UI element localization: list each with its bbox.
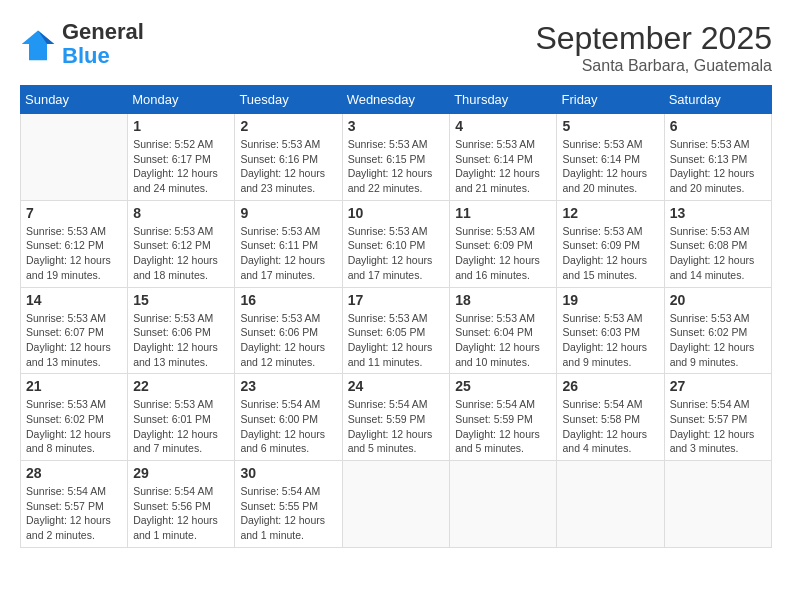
day-number: 22 — [133, 378, 229, 394]
day-number: 13 — [670, 205, 766, 221]
calendar-week-row: 28Sunrise: 5:54 AM Sunset: 5:57 PM Dayli… — [21, 461, 772, 548]
table-row: 20Sunrise: 5:53 AM Sunset: 6:02 PM Dayli… — [664, 287, 771, 374]
day-number: 29 — [133, 465, 229, 481]
day-info: Sunrise: 5:53 AM Sunset: 6:13 PM Dayligh… — [670, 137, 766, 196]
table-row: 14Sunrise: 5:53 AM Sunset: 6:07 PM Dayli… — [21, 287, 128, 374]
calendar-header-row: Sunday Monday Tuesday Wednesday Thursday… — [21, 86, 772, 114]
table-row: 6Sunrise: 5:53 AM Sunset: 6:13 PM Daylig… — [664, 114, 771, 201]
header-friday: Friday — [557, 86, 664, 114]
day-info: Sunrise: 5:53 AM Sunset: 6:14 PM Dayligh… — [455, 137, 551, 196]
day-number: 2 — [240, 118, 336, 134]
table-row: 26Sunrise: 5:54 AM Sunset: 5:58 PM Dayli… — [557, 374, 664, 461]
day-info: Sunrise: 5:53 AM Sunset: 6:07 PM Dayligh… — [26, 311, 122, 370]
day-info: Sunrise: 5:53 AM Sunset: 6:09 PM Dayligh… — [562, 224, 658, 283]
table-row: 5Sunrise: 5:53 AM Sunset: 6:14 PM Daylig… — [557, 114, 664, 201]
table-row: 25Sunrise: 5:54 AM Sunset: 5:59 PM Dayli… — [450, 374, 557, 461]
table-row: 4Sunrise: 5:53 AM Sunset: 6:14 PM Daylig… — [450, 114, 557, 201]
day-info: Sunrise: 5:53 AM Sunset: 6:14 PM Dayligh… — [562, 137, 658, 196]
page-header: General Blue September 2025 Santa Barbar… — [20, 20, 772, 75]
day-info: Sunrise: 5:54 AM Sunset: 5:59 PM Dayligh… — [455, 397, 551, 456]
day-number: 16 — [240, 292, 336, 308]
day-number: 14 — [26, 292, 122, 308]
logo: General Blue — [20, 20, 144, 68]
day-number: 12 — [562, 205, 658, 221]
table-row — [21, 114, 128, 201]
month-title: September 2025 — [535, 20, 772, 57]
day-info: Sunrise: 5:54 AM Sunset: 5:56 PM Dayligh… — [133, 484, 229, 543]
calendar-week-row: 1Sunrise: 5:52 AM Sunset: 6:17 PM Daylig… — [21, 114, 772, 201]
calendar-table: Sunday Monday Tuesday Wednesday Thursday… — [20, 85, 772, 548]
day-number: 21 — [26, 378, 122, 394]
day-info: Sunrise: 5:53 AM Sunset: 6:10 PM Dayligh… — [348, 224, 445, 283]
location-subtitle: Santa Barbara, Guatemala — [535, 57, 772, 75]
day-number: 15 — [133, 292, 229, 308]
day-number: 4 — [455, 118, 551, 134]
day-info: Sunrise: 5:53 AM Sunset: 6:08 PM Dayligh… — [670, 224, 766, 283]
table-row: 1Sunrise: 5:52 AM Sunset: 6:17 PM Daylig… — [128, 114, 235, 201]
day-number: 23 — [240, 378, 336, 394]
day-info: Sunrise: 5:53 AM Sunset: 6:12 PM Dayligh… — [26, 224, 122, 283]
svg-marker-0 — [22, 31, 54, 61]
day-number: 28 — [26, 465, 122, 481]
day-info: Sunrise: 5:52 AM Sunset: 6:17 PM Dayligh… — [133, 137, 229, 196]
calendar-week-row: 21Sunrise: 5:53 AM Sunset: 6:02 PM Dayli… — [21, 374, 772, 461]
day-number: 18 — [455, 292, 551, 308]
table-row: 11Sunrise: 5:53 AM Sunset: 6:09 PM Dayli… — [450, 200, 557, 287]
table-row: 10Sunrise: 5:53 AM Sunset: 6:10 PM Dayli… — [342, 200, 450, 287]
table-row — [450, 461, 557, 548]
day-number: 20 — [670, 292, 766, 308]
day-info: Sunrise: 5:54 AM Sunset: 5:59 PM Dayligh… — [348, 397, 445, 456]
table-row: 12Sunrise: 5:53 AM Sunset: 6:09 PM Dayli… — [557, 200, 664, 287]
day-number: 24 — [348, 378, 445, 394]
day-number: 3 — [348, 118, 445, 134]
header-saturday: Saturday — [664, 86, 771, 114]
calendar-week-row: 7Sunrise: 5:53 AM Sunset: 6:12 PM Daylig… — [21, 200, 772, 287]
day-number: 17 — [348, 292, 445, 308]
day-info: Sunrise: 5:53 AM Sunset: 6:09 PM Dayligh… — [455, 224, 551, 283]
day-number: 9 — [240, 205, 336, 221]
calendar-week-row: 14Sunrise: 5:53 AM Sunset: 6:07 PM Dayli… — [21, 287, 772, 374]
day-number: 10 — [348, 205, 445, 221]
day-number: 5 — [562, 118, 658, 134]
day-info: Sunrise: 5:54 AM Sunset: 5:55 PM Dayligh… — [240, 484, 336, 543]
table-row — [342, 461, 450, 548]
table-row: 2Sunrise: 5:53 AM Sunset: 6:16 PM Daylig… — [235, 114, 342, 201]
title-section: September 2025 Santa Barbara, Guatemala — [535, 20, 772, 75]
day-number: 26 — [562, 378, 658, 394]
table-row: 13Sunrise: 5:53 AM Sunset: 6:08 PM Dayli… — [664, 200, 771, 287]
day-info: Sunrise: 5:53 AM Sunset: 6:02 PM Dayligh… — [670, 311, 766, 370]
day-info: Sunrise: 5:53 AM Sunset: 6:15 PM Dayligh… — [348, 137, 445, 196]
day-info: Sunrise: 5:53 AM Sunset: 6:02 PM Dayligh… — [26, 397, 122, 456]
table-row: 3Sunrise: 5:53 AM Sunset: 6:15 PM Daylig… — [342, 114, 450, 201]
day-info: Sunrise: 5:54 AM Sunset: 5:57 PM Dayligh… — [26, 484, 122, 543]
table-row: 17Sunrise: 5:53 AM Sunset: 6:05 PM Dayli… — [342, 287, 450, 374]
day-info: Sunrise: 5:54 AM Sunset: 5:58 PM Dayligh… — [562, 397, 658, 456]
day-number: 11 — [455, 205, 551, 221]
day-info: Sunrise: 5:53 AM Sunset: 6:05 PM Dayligh… — [348, 311, 445, 370]
day-info: Sunrise: 5:53 AM Sunset: 6:04 PM Dayligh… — [455, 311, 551, 370]
table-row: 24Sunrise: 5:54 AM Sunset: 5:59 PM Dayli… — [342, 374, 450, 461]
table-row — [664, 461, 771, 548]
logo-text: General Blue — [62, 20, 144, 68]
header-wednesday: Wednesday — [342, 86, 450, 114]
day-number: 27 — [670, 378, 766, 394]
day-info: Sunrise: 5:53 AM Sunset: 6:16 PM Dayligh… — [240, 137, 336, 196]
logo-icon — [20, 26, 56, 62]
table-row: 16Sunrise: 5:53 AM Sunset: 6:06 PM Dayli… — [235, 287, 342, 374]
table-row: 29Sunrise: 5:54 AM Sunset: 5:56 PM Dayli… — [128, 461, 235, 548]
table-row: 7Sunrise: 5:53 AM Sunset: 6:12 PM Daylig… — [21, 200, 128, 287]
table-row: 23Sunrise: 5:54 AM Sunset: 6:00 PM Dayli… — [235, 374, 342, 461]
day-info: Sunrise: 5:53 AM Sunset: 6:12 PM Dayligh… — [133, 224, 229, 283]
table-row: 22Sunrise: 5:53 AM Sunset: 6:01 PM Dayli… — [128, 374, 235, 461]
day-info: Sunrise: 5:53 AM Sunset: 6:01 PM Dayligh… — [133, 397, 229, 456]
day-number: 25 — [455, 378, 551, 394]
day-info: Sunrise: 5:54 AM Sunset: 5:57 PM Dayligh… — [670, 397, 766, 456]
table-row — [557, 461, 664, 548]
day-info: Sunrise: 5:53 AM Sunset: 6:11 PM Dayligh… — [240, 224, 336, 283]
table-row: 27Sunrise: 5:54 AM Sunset: 5:57 PM Dayli… — [664, 374, 771, 461]
header-sunday: Sunday — [21, 86, 128, 114]
table-row: 9Sunrise: 5:53 AM Sunset: 6:11 PM Daylig… — [235, 200, 342, 287]
table-row: 30Sunrise: 5:54 AM Sunset: 5:55 PM Dayli… — [235, 461, 342, 548]
header-tuesday: Tuesday — [235, 86, 342, 114]
day-number: 8 — [133, 205, 229, 221]
